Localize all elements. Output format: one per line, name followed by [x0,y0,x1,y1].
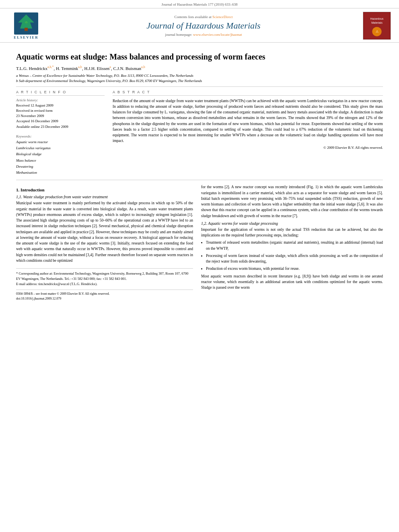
copyright: © 2009 Elsevier B.V. All rights reserved… [113,146,383,150]
top-bar: Journal of Hazardous Materials 177 (2010… [0,0,399,8]
contents-line: Contents lists available at ScienceDirec… [44,15,363,19]
footnote-area: * Corresponding author at: Environmental… [16,268,193,286]
keyword-1: Aquatic worm reactor [16,139,105,145]
received-date: Received 12 August 2009 [16,103,105,108]
journal-name: Journal of Hazardous Materials [44,21,363,31]
doi-line: doi:10.1016/j.jhazmat.2009.12.079 [16,296,193,301]
intro-heading: 1. Introduction [16,187,193,192]
right-text-1: for the worms [2]. A new reactor concept… [201,184,383,219]
keyword-5: Dewatering [16,164,105,170]
affiliations: a Wetsus – Centre of Excellence for Sust… [16,73,383,87]
sub2-heading: 1,2. Aquatic worms for waste sludge proc… [201,221,383,226]
elsevier-tree-icon: 🌳 [14,12,38,35]
right-text-2: Important for the application of worms i… [201,227,383,238]
keywords-list: Aquatic worm reactor Lumbriculus variega… [16,139,105,176]
main-content: Aquatic worms eat sludge: Mass balances … [0,43,399,309]
author3-sup: a [109,65,111,69]
abstract-text: Reduction of the amount of waste sludge … [113,98,383,144]
homepage-line: journal homepage: www.elsevier.com/locat… [44,33,363,37]
processing-bullets: Treatment of released worm metabolites (… [206,240,383,271]
abstract-column: A B S T R A C T Reduction of the amount … [113,90,383,176]
issn-line: 0304-3894/$ – see front matter © 2009 El… [16,292,193,296]
affiliation-a: a Wetsus – Centre of Excellence for Sust… [16,73,383,79]
available-date: Available online 23 December 2009 [16,124,105,129]
accepted-date: Accepted 16 December 2009 [16,119,105,124]
history-label: Article history: [16,98,105,102]
affiliation-b: b Sub-department of Environmental Techno… [16,78,383,84]
author4-sup: a,b [141,65,145,69]
journal-title-block: Contents lists available at ScienceDirec… [44,15,363,37]
article-info-abstract: A R T I C L E I N F O Article history: R… [16,90,383,176]
journal-header: 🌳 ELSEVIER Contents lists available at S… [0,8,399,43]
body-left-column: 1. Introduction 1,1. Waste sludge produc… [16,184,193,301]
article-title: Aquatic worms eat sludge: Mass balances … [16,51,383,62]
sub1-heading: 1,1. Waste sludge production from waste … [16,195,193,199]
keyword-6: Methanisation [16,170,105,176]
homepage-link[interactable]: www.elsevier.com/locate/jhazmat [193,33,242,37]
svg-text:Hazardous: Hazardous [370,17,384,20]
keyword-3: Biological sludge [16,151,105,157]
keyword-4: Mass balance [16,158,105,164]
article-info-label: A R T I C L E I N F O [16,90,105,96]
svg-rect-3 [25,28,28,31]
elsevier-logo: 🌳 ELSEVIER [8,12,44,39]
bullet-3: Production of excess worm biomass, with … [206,266,383,271]
sciencedirect-link[interactable]: ScienceDirect [212,15,232,19]
body-right-column: for the worms [2]. A new reactor concept… [201,184,383,301]
keyword-2: Lumbriculus variegatus [16,145,105,151]
elsevier-text: ELSEVIER [14,35,39,39]
footnote-bottom: 0304-3894/$ – see front matter © 2009 El… [16,290,193,301]
journal-cover-image: Hazardous Materials ⚠ [363,12,391,40]
received-revised-date: Received in revised form23 November 2009 [16,108,105,118]
abstract-section-label: A B S T R A C T [113,90,383,96]
keywords-label: Keywords: [16,134,105,138]
email-footnote: E-mail address: tim.hendrickx@wur.nl (T.… [16,281,193,287]
bullet-1: Treatment of released worm metabolites (… [206,240,383,251]
author2-sup: a,b [78,65,82,69]
author1-sup: a,b,* [47,65,54,69]
authors-line: T.L.G. Hendrickxa,b,*, H. Temminka,b, H.… [16,65,383,71]
sub1-body-text: Municipal waste water treatment is mainl… [16,200,193,263]
journal-citation: Journal of Hazardous Materials 177 (2010… [162,2,238,6]
svg-text:⚠: ⚠ [376,30,378,33]
right-text-3: Most aquatic worm reactors described in … [201,273,383,291]
section-divider [16,180,383,180]
svg-text:Materials: Materials [371,21,383,24]
body-content: 1. Introduction 1,1. Waste sludge produc… [16,184,383,301]
article-info-column: A R T I C L E I N F O Article history: R… [16,90,105,176]
bullet-2: Processing of worm faeces instead of was… [206,253,383,265]
corresponding-footnote: * Corresponding author at: Environmental… [16,271,193,281]
